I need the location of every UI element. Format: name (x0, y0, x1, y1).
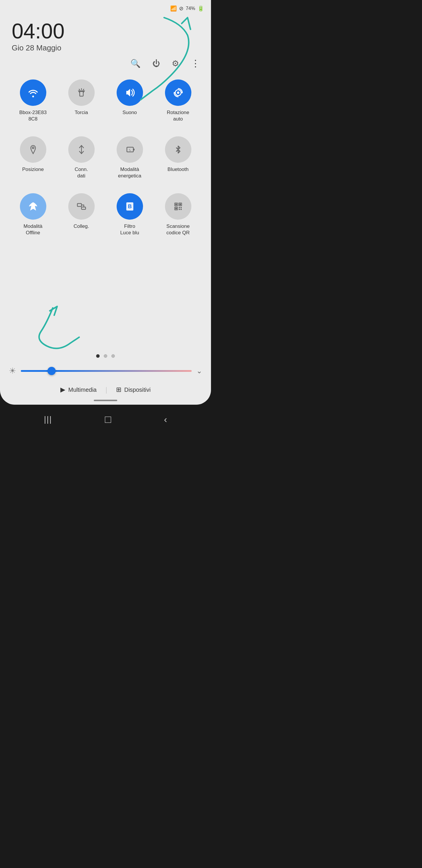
tile-sound[interactable]: Suono (105, 74, 154, 125)
svg-text:B: B (128, 204, 132, 209)
blue-filter-icon-circle: B (117, 193, 143, 220)
blue-filter-label: FiltroLuce blu (120, 223, 139, 236)
svg-rect-24 (179, 209, 180, 210)
home-indicator (94, 400, 117, 401)
battery-percent: 74% (186, 6, 195, 11)
chevron-down-icon[interactable]: ⌄ (196, 367, 202, 375)
wifi-icon-circle (20, 80, 46, 106)
tiles-row-1: Bbox-23E838C8 Torcia (9, 74, 202, 125)
sound-icon-circle (117, 80, 143, 106)
svg-rect-10 (77, 204, 82, 207)
bluetooth-label: Bluetooth (168, 166, 189, 173)
svg-rect-22 (179, 207, 180, 208)
bottom-bar: ▶ Multimedia | ⊞ Dispositivi (0, 381, 211, 400)
torch-label: Torcia (75, 110, 88, 116)
battery-saver-icon-circle (117, 136, 143, 163)
time-display: 04:00 (12, 21, 64, 42)
tile-connect[interactable]: Colleg. (57, 188, 105, 239)
connect-icon-circle (68, 193, 95, 220)
battery-icon: 🔋 (197, 5, 204, 12)
tile-location[interactable]: Posizione (9, 131, 57, 182)
svg-rect-9 (133, 149, 134, 150)
tile-rotation[interactable]: Rotazioneauto (154, 74, 202, 125)
brightness-icon: ☀ (9, 366, 16, 376)
no-disturb-icon: ⊘ (179, 5, 184, 12)
airplane-icon-circle (20, 193, 46, 220)
bottom-divider: | (105, 385, 107, 394)
tiles-row-2: Posizione Conn.dati (9, 131, 202, 182)
dot-1[interactable] (96, 354, 100, 358)
multimedia-button[interactable]: ▶ Multimedia (60, 386, 97, 394)
dispositivi-label: Dispositivi (124, 386, 151, 393)
sound-label: Suono (123, 110, 137, 116)
wifi-label: Bbox-23E838C8 (19, 110, 47, 122)
qr-icon-circle (165, 193, 191, 220)
svg-point-6 (32, 147, 34, 149)
svg-rect-19 (175, 204, 177, 205)
bluetooth-icon-circle (165, 136, 191, 163)
tile-wifi[interactable]: Bbox-23E838C8 (9, 74, 57, 125)
svg-rect-8 (127, 147, 133, 152)
battery-saver-label: Modalitàenergetica (118, 166, 141, 179)
more-options-icon[interactable]: ⋮ (191, 58, 199, 69)
devices-icon: ⊞ (116, 386, 121, 394)
brightness-thumb[interactable] (47, 367, 56, 375)
location-icon-circle (20, 136, 46, 163)
rotation-icon-circle (165, 80, 191, 106)
quick-actions-bar: 🔍 ⏻ ⚙ ⋮ (0, 55, 211, 71)
airplane-label: ModalitàOffline (24, 223, 42, 236)
svg-rect-21 (175, 208, 177, 209)
svg-rect-25 (181, 209, 182, 210)
dot-3[interactable] (111, 354, 115, 358)
svg-line-2 (79, 89, 80, 90)
recents-icon[interactable]: ||| (44, 415, 52, 424)
tile-bluetooth[interactable]: Bluetooth (154, 131, 202, 182)
tile-data[interactable]: Conn.dati (57, 131, 105, 182)
data-label: Conn.dati (75, 166, 88, 179)
svg-point-5 (177, 92, 180, 94)
phone-screen: 📶 ⊘ 74% 🔋 04:00 Gio 28 Maggio 🔍 ⏻ ⚙ ⋮ (0, 0, 211, 405)
back-icon[interactable]: ‹ (164, 414, 167, 425)
nav-bar: ||| □ ‹ (0, 405, 211, 434)
svg-rect-20 (180, 204, 181, 205)
tile-qr[interactable]: Scansionecodice QR (154, 188, 202, 239)
search-icon[interactable]: 🔍 (130, 59, 141, 68)
dot-2[interactable] (104, 354, 107, 358)
tiles-row-3: ModalitàOffline Colleg. (9, 188, 202, 239)
rotation-label: Rotazioneauto (167, 110, 189, 122)
tile-torch[interactable]: Torcia (57, 74, 105, 125)
tiles-section: Bbox-23E838C8 Torcia (0, 71, 211, 351)
svg-line-3 (83, 89, 84, 90)
brightness-row: ☀ ⌄ (0, 364, 211, 378)
svg-rect-23 (181, 207, 182, 208)
datetime-area: 04:00 Gio 28 Maggio (0, 15, 211, 55)
svg-rect-11 (82, 207, 86, 209)
dispositivi-button[interactable]: ⊞ Dispositivi (116, 386, 151, 394)
brightness-slider[interactable] (21, 370, 192, 372)
tile-airplane[interactable]: ModalitàOffline (9, 188, 57, 239)
status-bar: 📶 ⊘ 74% 🔋 (0, 0, 211, 15)
date-display: Gio 28 Maggio (12, 43, 64, 53)
power-icon[interactable]: ⏻ (152, 59, 160, 68)
connect-label: Colleg. (73, 223, 89, 229)
qr-label: Scansionecodice QR (166, 223, 190, 236)
data-icon-circle (68, 136, 95, 163)
multimedia-label: Multimedia (68, 386, 97, 393)
status-icons: 📶 ⊘ 74% 🔋 (170, 5, 204, 12)
svg-rect-0 (80, 92, 83, 96)
home-icon[interactable]: □ (105, 413, 111, 426)
settings-icon[interactable]: ⚙ (172, 59, 179, 68)
torch-icon-circle (68, 80, 95, 106)
page-dots (0, 351, 211, 364)
location-label: Posizione (22, 166, 44, 173)
play-icon: ▶ (60, 386, 65, 394)
tile-blue-filter[interactable]: B FiltroLuce blu (105, 188, 154, 239)
wifi-status-icon: 📶 (170, 5, 177, 12)
tile-battery-saver[interactable]: Modalitàenergetica (105, 131, 154, 182)
